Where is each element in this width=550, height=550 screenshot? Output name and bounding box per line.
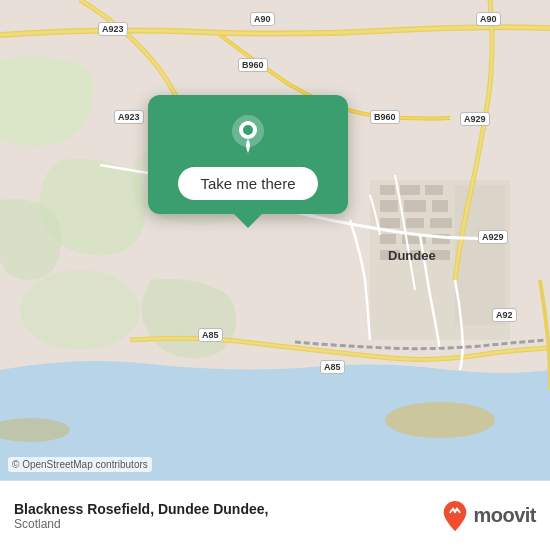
location-pin-icon — [226, 113, 270, 157]
svg-rect-21 — [455, 185, 505, 325]
svg-rect-20 — [430, 250, 450, 260]
moovit-pin-icon — [441, 499, 469, 533]
take-me-there-button[interactable]: Take me there — [178, 167, 317, 200]
bottom-bar: Blackness Rosefield, Dundee Dundee, Scot… — [0, 480, 550, 550]
svg-rect-9 — [380, 200, 398, 212]
svg-rect-18 — [380, 250, 400, 260]
svg-rect-12 — [380, 218, 400, 228]
location-sub: Scotland — [14, 517, 268, 531]
svg-rect-6 — [380, 185, 395, 195]
moovit-text: moovit — [473, 504, 536, 527]
popup-card: Take me there — [148, 95, 348, 214]
svg-rect-13 — [406, 218, 424, 228]
svg-point-1 — [385, 402, 495, 438]
svg-rect-8 — [425, 185, 443, 195]
map-svg — [0, 0, 550, 480]
svg-point-3 — [20, 270, 140, 350]
svg-rect-15 — [380, 234, 396, 244]
map-container: A923A90A90A929B960B960A923A85A85A929A92 … — [0, 0, 550, 480]
copyright-text: © OpenStreetMap contributors — [8, 457, 152, 472]
moovit-logo: moovit — [441, 499, 536, 533]
location-info: Blackness Rosefield, Dundee Dundee, Scot… — [14, 501, 268, 531]
svg-rect-10 — [404, 200, 426, 212]
svg-rect-11 — [432, 200, 448, 212]
svg-rect-7 — [400, 185, 420, 195]
svg-point-24 — [243, 125, 253, 135]
svg-rect-14 — [430, 218, 452, 228]
location-name: Blackness Rosefield, Dundee Dundee, — [14, 501, 268, 517]
